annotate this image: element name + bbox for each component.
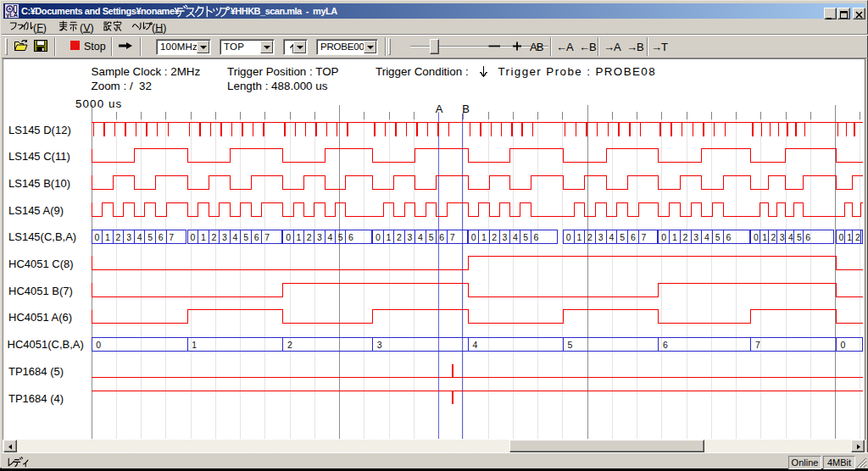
svg-text:5: 5 xyxy=(523,232,528,242)
svg-text:4: 4 xyxy=(418,232,423,242)
svg-text:2: 2 xyxy=(771,232,776,242)
svg-text:2: 2 xyxy=(397,232,402,242)
svg-text:1: 1 xyxy=(296,232,301,242)
svg-text:6: 6 xyxy=(631,232,636,242)
svg-text:7: 7 xyxy=(264,232,270,242)
svg-text:5: 5 xyxy=(797,232,802,242)
svg-text:1: 1 xyxy=(576,232,581,242)
svg-text:4: 4 xyxy=(472,340,477,350)
svg-text:Sample Clock : 2MHz: Sample Clock : 2MHz xyxy=(92,65,201,78)
svg-text:6: 6 xyxy=(439,232,444,242)
svg-text:3: 3 xyxy=(222,232,227,242)
svg-text:LS145 D(12): LS145 D(12) xyxy=(8,124,71,136)
svg-text:2: 2 xyxy=(492,232,497,242)
svg-text:Trigger Position : TOP: Trigger Position : TOP xyxy=(227,65,339,78)
svg-text:0: 0 xyxy=(286,232,291,242)
svg-text:0: 0 xyxy=(566,232,571,242)
svg-text:4: 4 xyxy=(327,232,332,242)
svg-text:0: 0 xyxy=(376,232,381,242)
svg-text:3: 3 xyxy=(126,232,131,242)
svg-text:7: 7 xyxy=(450,232,455,242)
svg-text:3: 3 xyxy=(598,232,604,242)
svg-text:2: 2 xyxy=(307,232,312,242)
svg-text:1: 1 xyxy=(192,340,197,350)
svg-text:LS145 C(11): LS145 C(11) xyxy=(8,150,70,163)
svg-text:0: 0 xyxy=(96,340,101,350)
svg-text:Trigger Probe : PROBE08: Trigger Probe : PROBE08 xyxy=(498,65,657,78)
svg-text:3: 3 xyxy=(377,340,382,350)
svg-text:0: 0 xyxy=(190,232,195,242)
svg-text:7: 7 xyxy=(169,232,174,242)
svg-text:5: 5 xyxy=(147,232,153,242)
svg-text:7: 7 xyxy=(642,232,647,242)
svg-text:5000 us: 5000 us xyxy=(75,97,122,110)
svg-text:0: 0 xyxy=(661,232,666,242)
svg-text:3: 3 xyxy=(503,232,508,242)
svg-text:LS145 B(10): LS145 B(10) xyxy=(8,177,70,190)
svg-text:6: 6 xyxy=(159,232,164,242)
svg-text:6: 6 xyxy=(533,232,538,242)
svg-text:2: 2 xyxy=(683,232,688,242)
svg-text:HC4051 C(8): HC4051 C(8) xyxy=(8,258,74,270)
svg-text:6: 6 xyxy=(726,232,731,242)
svg-text:4: 4 xyxy=(704,232,709,242)
svg-text:3: 3 xyxy=(408,232,413,242)
svg-text:0: 0 xyxy=(840,340,845,350)
svg-text:1: 1 xyxy=(847,232,852,242)
svg-text:5: 5 xyxy=(338,232,343,242)
svg-text:1: 1 xyxy=(386,232,391,242)
svg-text:A: A xyxy=(436,103,443,115)
svg-text:1: 1 xyxy=(201,232,206,242)
svg-text:6: 6 xyxy=(348,232,353,242)
svg-text:HC4051 A(6): HC4051 A(6) xyxy=(8,311,72,324)
svg-text:1: 1 xyxy=(762,232,767,242)
svg-text:(V): (V) xyxy=(80,22,94,34)
svg-text:1: 1 xyxy=(481,232,487,242)
svg-text:6: 6 xyxy=(663,340,668,350)
svg-text:6: 6 xyxy=(254,232,259,242)
svg-text:4: 4 xyxy=(513,232,518,242)
svg-text:0: 0 xyxy=(754,232,759,242)
svg-text:6: 6 xyxy=(805,232,810,242)
svg-text:LS145 A(9): LS145 A(9) xyxy=(8,204,64,217)
svg-text:4: 4 xyxy=(788,232,793,242)
svg-text:2: 2 xyxy=(116,232,121,242)
svg-text:Zoom : / 32: Zoom : / 32 xyxy=(92,80,152,92)
svg-text:2: 2 xyxy=(587,232,593,242)
svg-text:TP1684 (4): TP1684 (4) xyxy=(8,392,64,405)
svg-text:4: 4 xyxy=(233,232,238,242)
svg-text:0: 0 xyxy=(94,232,99,242)
svg-text:(H): (H) xyxy=(152,22,166,34)
svg-text:HC4051 B(7): HC4051 B(7) xyxy=(8,285,73,297)
svg-text:1: 1 xyxy=(672,232,677,242)
svg-text:3: 3 xyxy=(317,232,322,242)
svg-text:5: 5 xyxy=(620,232,625,242)
svg-text:5: 5 xyxy=(429,232,434,242)
svg-text:3: 3 xyxy=(693,232,698,242)
svg-text:HC4051(C,B,A): HC4051(C,B,A) xyxy=(8,338,84,351)
svg-text:4: 4 xyxy=(609,232,614,242)
svg-text:Trigger Condition :: Trigger Condition : xyxy=(376,65,469,78)
svg-text:2: 2 xyxy=(211,232,216,242)
svg-text:B: B xyxy=(462,103,470,115)
svg-text:TP1684 (5): TP1684 (5) xyxy=(8,365,64,378)
svg-text:0: 0 xyxy=(839,232,844,242)
svg-text:5: 5 xyxy=(715,232,721,242)
svg-text:(F): (F) xyxy=(33,22,47,34)
svg-text:2: 2 xyxy=(855,232,860,242)
svg-text:Length : 488.000 us: Length : 488.000 us xyxy=(227,80,328,92)
svg-text:3: 3 xyxy=(780,232,785,242)
svg-text:1: 1 xyxy=(105,232,110,242)
svg-text:4: 4 xyxy=(137,232,142,242)
svg-text:7: 7 xyxy=(755,340,760,350)
svg-text:0: 0 xyxy=(471,232,476,242)
svg-text:5: 5 xyxy=(567,340,572,350)
svg-text:5: 5 xyxy=(243,232,248,242)
svg-text:2: 2 xyxy=(287,340,292,350)
svg-text:LS145(C,B,A): LS145(C,B,A) xyxy=(8,230,76,243)
